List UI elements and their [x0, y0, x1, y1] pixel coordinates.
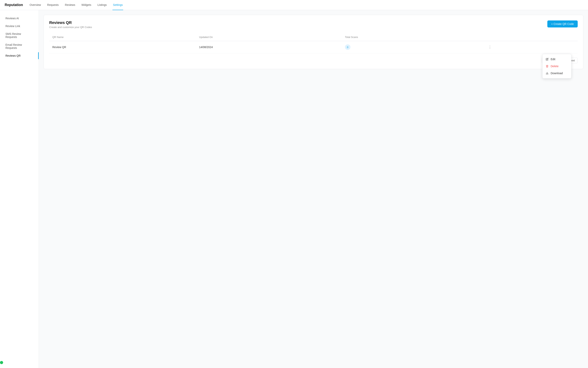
card-header-text: Reviews QR Create and customize your QR …	[49, 20, 92, 29]
dropdown-delete-label: Delete	[551, 65, 558, 68]
row-actions-button[interactable]: ⋮	[487, 44, 493, 50]
table-header-row: QR Name Updated On Total Scans	[49, 33, 578, 41]
sidebar-item-review-link[interactable]: Review Link	[3, 23, 36, 30]
col-header-updated-on: Updated On	[196, 33, 342, 41]
brand-logo: Reputation	[5, 3, 23, 7]
sidebar-item-sms-review-requests[interactable]: SMS Review Requests	[3, 30, 36, 40]
nav-item-reviews[interactable]: Reviews	[65, 0, 76, 10]
cell-actions: ⋮	[483, 41, 578, 53]
card-header: Reviews QR Create and customize your QR …	[49, 20, 578, 29]
ellipsis-vertical-icon: ⋮	[488, 45, 492, 49]
download-icon	[546, 72, 549, 75]
nav-item-overview[interactable]: Overview	[29, 0, 41, 10]
table-head: QR Name Updated On Total Scans	[49, 33, 578, 41]
dropdown-item-edit[interactable]: Edit	[543, 56, 571, 63]
create-qr-code-button[interactable]: + Create QR Code	[547, 20, 578, 28]
nav-item-listings[interactable]: Listings	[97, 0, 107, 10]
col-header-actions	[483, 33, 578, 41]
sidebar: Reviews AI Review Link SMS Review Reques…	[0, 10, 39, 368]
card-subtitle: Create and customize your QR Codes	[49, 26, 92, 29]
main-content: Reviews QR Create and customize your QR …	[39, 10, 588, 368]
table-row: Review QR 14/08/2024 0 ⋮	[49, 41, 578, 53]
dropdown-item-delete[interactable]: Delete	[543, 63, 571, 70]
table-body: Review QR 14/08/2024 0 ⋮	[49, 41, 578, 53]
delete-icon	[546, 65, 549, 68]
nav-item-widgets[interactable]: Widgets	[81, 0, 92, 10]
col-header-qr-name: QR Name	[49, 33, 196, 41]
sidebar-item-reviews-qr[interactable]: Reviews QR	[3, 52, 36, 59]
dropdown-edit-label: Edit	[551, 58, 555, 61]
reviews-qr-card: Reviews QR Create and customize your QR …	[44, 15, 583, 69]
nav-item-requests[interactable]: Requests	[47, 0, 59, 10]
dropdown-menu: Edit Delete	[542, 54, 571, 78]
qr-codes-table: QR Name Updated On Total Scans Review QR…	[49, 33, 578, 53]
cell-total-scans: 0	[342, 41, 483, 53]
dropdown-item-download[interactable]: Download	[543, 70, 571, 77]
nav-item-settings[interactable]: Settings	[112, 0, 123, 10]
sidebar-item-reviews-ai[interactable]: Reviews AI	[3, 15, 36, 22]
card-title: Reviews QR	[49, 20, 92, 25]
edit-icon	[546, 58, 549, 61]
status-indicator	[0, 361, 3, 364]
dropdown-download-label: Download	[551, 72, 563, 75]
scans-badge: 0	[345, 44, 350, 50]
top-navigation: Reputation Overview Requests Reviews Wid…	[0, 0, 588, 10]
cell-updated-on: 14/08/2024	[196, 41, 342, 53]
page-layout: Reviews AI Review Link SMS Review Reques…	[0, 10, 588, 368]
col-header-total-scans: Total Scans	[342, 33, 483, 41]
nav-menu: Overview Requests Reviews Widgets Listin…	[29, 0, 123, 10]
sidebar-item-email-review-requests[interactable]: Email Review Requests	[3, 41, 36, 51]
pagination: Previous 1 Next	[49, 57, 578, 64]
cell-qr-name: Review QR	[49, 41, 196, 53]
